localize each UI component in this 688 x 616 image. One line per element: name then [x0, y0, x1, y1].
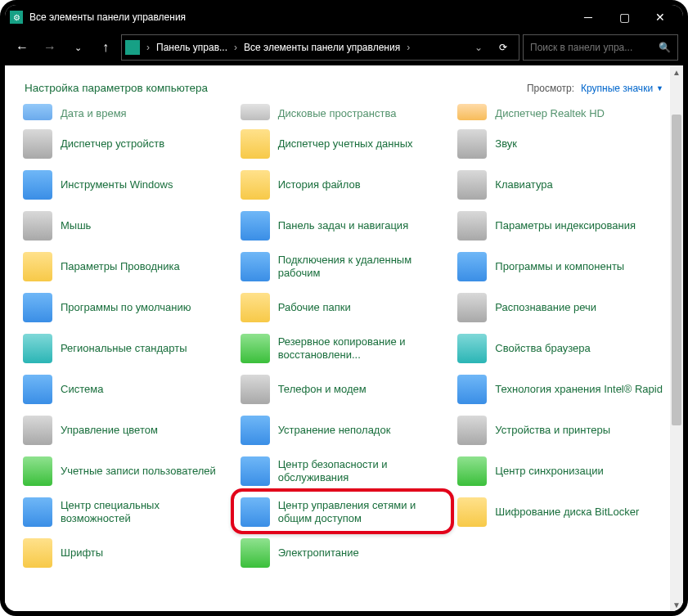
- refresh-button[interactable]: ⟳: [491, 42, 515, 53]
- search-input[interactable]: [530, 42, 659, 53]
- control-panel-item[interactable]: Центр безопасности и обслуживания: [236, 451, 453, 492]
- control-panel-item[interactable]: Центр управления сетями и общим доступом: [236, 492, 453, 533]
- control-panel-item[interactable]: Электропитание: [236, 533, 453, 573]
- item-label: Панель задач и навигация: [278, 219, 409, 232]
- item-label: Шрифты: [61, 546, 103, 560]
- control-panel-item[interactable]: Дата и время: [18, 101, 236, 124]
- control-panel-item[interactable]: Параметры Проводника: [18, 246, 236, 287]
- control-panel-item[interactable]: Рабочие папки: [236, 287, 453, 328]
- chevron-down-icon: ▼: [656, 84, 663, 92]
- breadcrumb-segment[interactable]: Панель управ...: [153, 42, 231, 53]
- control-panel-item[interactable]: Клавиатура: [452, 164, 670, 205]
- maximize-button[interactable]: ▢: [606, 5, 642, 29]
- control-panel-item[interactable]: Технология хранения Intel® Rapid: [452, 369, 670, 410]
- item-label: Диспетчер учетных данных: [278, 137, 413, 151]
- search-icon[interactable]: 🔍: [659, 42, 671, 53]
- item-label: Клавиатура: [495, 178, 552, 191]
- control-panel-item[interactable]: Свойства браузера: [452, 328, 670, 369]
- control-panel-item[interactable]: Инструменты Windows: [18, 164, 236, 205]
- address-bar[interactable]: › Панель управ... › Все элементы панели …: [121, 34, 519, 61]
- control-panel-item[interactable]: Подключения к удаленным рабочим: [236, 246, 453, 287]
- window-controls: ─ ▢ ✕: [570, 5, 678, 29]
- address-dropdown[interactable]: ⌄: [468, 42, 489, 53]
- control-panel-item[interactable]: Центр специальных возможностей: [18, 492, 236, 533]
- scroll-down-button[interactable]: ▼: [670, 598, 683, 611]
- control-panel-item[interactable]: Устройства и принтеры: [452, 410, 670, 451]
- network-center-icon: [241, 497, 270, 527]
- fonts-icon: [23, 538, 52, 568]
- system-icon: [23, 375, 52, 404]
- nav-bar: ← → ⌄ ↑ › Панель управ... › Все элементы…: [5, 29, 683, 65]
- control-panel-item[interactable]: Управление цветом: [18, 410, 236, 451]
- window-frame: ⚙ Все элементы панели управления ─ ▢ ✕ ←…: [0, 0, 688, 616]
- control-panel-item[interactable]: Звук: [452, 124, 670, 164]
- work-folders-icon: [241, 293, 270, 322]
- control-panel-item[interactable]: Программы и компоненты: [452, 246, 670, 287]
- control-panel-item[interactable]: Программы по умолчанию: [18, 287, 236, 328]
- item-label: Центр синхронизации: [495, 465, 603, 478]
- item-label: Система: [61, 383, 103, 396]
- vertical-scrollbar[interactable]: ▲ ▼: [670, 65, 683, 611]
- breadcrumb-segment[interactable]: Все элементы панели управления: [241, 42, 403, 53]
- realtek-icon: [457, 104, 487, 120]
- item-label: Управление цветом: [61, 424, 158, 437]
- item-label: Региональные стандарты: [61, 342, 187, 355]
- user-accounts-icon: [23, 456, 52, 486]
- item-label: Электропитание: [278, 546, 359, 560]
- control-panel-item[interactable]: История файлов: [236, 164, 453, 205]
- content-header: Настройка параметров компьютера Просмотр…: [5, 65, 683, 101]
- content-area: Настройка параметров компьютера Просмотр…: [5, 65, 683, 611]
- control-panel-item[interactable]: Панель задач и навигация: [236, 205, 453, 246]
- security-center-icon: [241, 456, 270, 486]
- control-panel-item[interactable]: Шифрование диска BitLocker: [452, 492, 670, 533]
- backup-icon: [241, 334, 270, 363]
- view-label: Просмотр:: [527, 83, 574, 94]
- recent-dropdown[interactable]: ⌄: [65, 35, 90, 60]
- item-label: Устранение неполадок: [278, 424, 391, 437]
- minimize-button[interactable]: ─: [570, 5, 606, 29]
- control-panel-item[interactable]: Телефон и модем: [236, 369, 453, 410]
- speech-icon: [457, 293, 487, 322]
- storage-icon: [241, 104, 270, 120]
- item-label: Инструменты Windows: [61, 178, 173, 191]
- control-panel-item[interactable]: Дисковые пространства: [236, 101, 453, 124]
- breadcrumb-sep: ›: [405, 42, 411, 53]
- control-panel-item[interactable]: Система: [18, 369, 236, 410]
- address-icon: [125, 40, 140, 55]
- item-label: Программы по умолчанию: [61, 301, 191, 314]
- control-panel-item[interactable]: Параметры индексирования: [452, 205, 670, 246]
- item-label: Учетные записи пользователей: [61, 465, 216, 478]
- control-panel-item[interactable]: Шрифты: [18, 533, 236, 573]
- search-box[interactable]: 🔍: [523, 34, 678, 61]
- control-panel-item[interactable]: Диспетчер учетных данных: [236, 124, 453, 164]
- control-panel-item[interactable]: Учетные записи пользователей: [18, 451, 236, 492]
- scroll-thumb[interactable]: [672, 115, 681, 425]
- item-label: Диспетчер Realtek HD: [495, 107, 605, 120]
- control-panel-item[interactable]: Центр синхронизации: [452, 451, 670, 492]
- item-label: Распознавание речи: [495, 301, 596, 314]
- forward-button[interactable]: →: [38, 35, 62, 60]
- up-button[interactable]: ↑: [93, 35, 118, 60]
- close-button[interactable]: ✕: [642, 5, 678, 29]
- control-panel-item[interactable]: Распознавание речи: [452, 287, 670, 328]
- control-panel-icon: ⚙: [10, 11, 23, 24]
- back-button[interactable]: ←: [10, 35, 34, 60]
- control-panel-item[interactable]: Региональные стандарты: [18, 328, 236, 369]
- control-panel-item[interactable]: Диспетчер Realtek HD: [452, 101, 670, 124]
- indexing-icon: [457, 211, 487, 241]
- control-panel-item[interactable]: Диспетчер устройств: [18, 124, 236, 164]
- control-panel-item[interactable]: Мышь: [18, 205, 236, 246]
- item-label: Резервное копирование и восстановлени...: [278, 335, 448, 362]
- control-panel-item[interactable]: Резервное копирование и восстановлени...: [236, 328, 453, 369]
- region-icon: [23, 334, 52, 363]
- color-mgmt-icon: [23, 416, 52, 445]
- control-panel-item[interactable]: Устранение неполадок: [236, 410, 453, 451]
- scroll-up-button[interactable]: ▲: [670, 65, 683, 79]
- items-grid-wrapper: Дата и времяДисковые пространстваДиспетч…: [5, 101, 683, 605]
- view-dropdown[interactable]: Крупные значки ▼: [581, 83, 663, 94]
- item-label: Дата и время: [61, 107, 127, 120]
- troubleshoot-icon: [241, 416, 270, 445]
- intel-rapid-icon: [457, 375, 487, 404]
- programs-icon: [457, 252, 487, 281]
- explorer-options-icon: [23, 252, 52, 281]
